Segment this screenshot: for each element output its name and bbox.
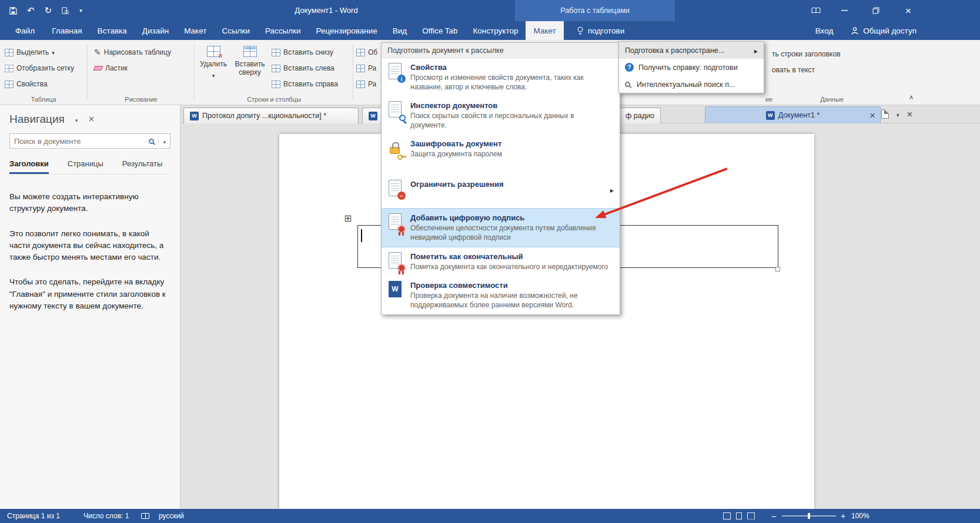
tab-view[interactable]: Вид <box>385 21 414 40</box>
tellme-box[interactable]: подготови <box>572 21 630 40</box>
nav-tab-pages[interactable]: Страницы <box>68 159 103 174</box>
zoom-slider-thumb[interactable] <box>808 513 810 519</box>
tab-design[interactable]: Дизайн <box>135 21 176 40</box>
doc-tab-1[interactable]: Протокол допиту ...кциональности] * <box>183 108 359 123</box>
navigation-pane: Навигация Заголовки Страницы Результаты … <box>0 105 180 509</box>
tab-table-design[interactable]: Конструктор <box>466 21 526 40</box>
qat-customize-button[interactable] <box>79 8 82 14</box>
delete-table-button[interactable]: ✕ Удалить <box>196 43 230 99</box>
merge-cells-button-partial[interactable]: Об <box>356 46 377 59</box>
tab-table-layout-active[interactable]: Макет <box>526 21 563 40</box>
view-shortcuts <box>723 509 755 523</box>
nav-tab-headings[interactable]: Заголовки <box>9 159 49 174</box>
split-table-button-partial[interactable]: Ра <box>356 78 376 90</box>
search-input[interactable] <box>14 137 149 146</box>
table-move-handle[interactable] <box>344 213 352 224</box>
tab-mailings[interactable]: Рассылки <box>257 21 309 40</box>
tellme-suggestion-label: Подготовка к распростране... <box>625 46 724 55</box>
status-language[interactable]: русский <box>159 509 184 523</box>
sign-in-button[interactable]: Вход <box>808 21 841 40</box>
insert-right-button[interactable]: Вставить справа <box>272 78 338 90</box>
close-button[interactable] <box>895 0 922 21</box>
menu-item-properties[interactable]: Свойства Просмотр и изменение свойств до… <box>382 58 620 96</box>
tab-office-tab[interactable]: Office Tab <box>414 21 465 40</box>
redo-button[interactable] <box>45 5 52 16</box>
tab-page-layout[interactable]: Макет <box>176 21 214 40</box>
insert-left-button[interactable]: Вставить слева <box>272 62 335 75</box>
tab-file[interactable]: Файл <box>6 21 44 40</box>
search-options-button[interactable] <box>163 136 166 146</box>
menu-item-encrypt-document[interactable]: Зашифровать документ Защита документа па… <box>382 135 620 163</box>
minimize-button[interactable] <box>831 0 857 21</box>
convert-to-text-button-partial[interactable]: овать в текст <box>772 63 815 76</box>
menu-item-document-inspector[interactable]: Инспектор документов Поиск скрытых свойс… <box>382 96 620 135</box>
menu-item-desc: Проверка документа на наличие возможност… <box>410 291 610 310</box>
mark-as-final-icon <box>387 252 405 271</box>
tellme-smart-lookup[interactable]: Интеллектуальный поиск п... <box>619 76 764 93</box>
divider <box>158 136 159 146</box>
undo-button[interactable] <box>27 5 35 16</box>
tellme-query: подготови <box>588 26 625 35</box>
doc-tab-active[interactable]: Документ1 * <box>705 106 881 123</box>
compatibility-checker-icon <box>387 281 405 300</box>
close-all-button[interactable] <box>907 109 913 119</box>
pane-options-button[interactable] <box>75 114 78 125</box>
tellme-get-help[interactable]: Получить справку: подготови <box>619 59 764 76</box>
table-properties-button[interactable]: Свойства <box>5 78 48 90</box>
document-search-box[interactable] <box>9 133 170 149</box>
insert-below-button[interactable]: Вставить снизу <box>272 46 333 59</box>
share-button[interactable]: Общий доступ <box>843 21 924 40</box>
zoom-in-button[interactable]: + <box>841 509 845 523</box>
quick-access-toolbar <box>9 0 82 21</box>
book-icon <box>811 7 821 14</box>
new-document-icon[interactable] <box>881 109 889 119</box>
pane-close-button[interactable] <box>88 114 94 125</box>
view-gridlines-button[interactable]: Отобразить сетку <box>5 62 74 75</box>
tab-review[interactable]: Рецензирование <box>309 21 385 40</box>
menu-item-restrict-permission[interactable]: Ограничить разрешения <box>382 174 620 204</box>
menu-item-compatibility-checker[interactable]: Проверка совместимости Проверка документ… <box>382 276 620 314</box>
split-cells-button-partial[interactable]: Ра <box>356 62 376 75</box>
tab-insert[interactable]: Вставка <box>90 21 135 40</box>
menu-item-mark-as-final[interactable]: Пометить как окончательный Пометка докум… <box>382 247 620 276</box>
repeat-header-rows-button-partial[interactable]: ть строки заголовков <box>772 48 841 61</box>
proofing-button[interactable] <box>141 509 149 523</box>
web-layout-icon[interactable] <box>747 512 755 519</box>
word-doc-icon <box>190 112 199 120</box>
zoom-out-button[interactable]: − <box>771 509 777 523</box>
tab-home[interactable]: Главная <box>44 21 89 40</box>
window-title: Документ1 - Word <box>267 0 385 21</box>
menu-header: Подготовить документ к рассылке <box>382 43 620 58</box>
text-cursor <box>361 229 362 242</box>
ribbon-display-options-button[interactable] <box>804 0 828 21</box>
tab-references[interactable]: Ссылки <box>214 21 257 40</box>
table-resize-handle[interactable] <box>775 267 780 271</box>
save-button[interactable] <box>9 7 17 15</box>
menu-item-add-digital-signature[interactable]: Добавить цифровую подпись Обеспечение це… <box>382 208 620 247</box>
insert-above-button[interactable]: Вставить сверху <box>233 43 267 99</box>
read-mode-icon[interactable] <box>723 512 731 519</box>
group-label-rows-cols: Строки и столбцы <box>195 96 353 103</box>
draw-table-button[interactable]: Нарисовать таблицу <box>94 46 171 59</box>
close-tab-button[interactable] <box>869 110 875 120</box>
select-table-button[interactable]: Выделить <box>5 46 55 59</box>
search-icon[interactable] <box>149 139 154 144</box>
print-preview-button[interactable] <box>62 7 69 15</box>
help-icon <box>625 63 634 72</box>
tab-list-button[interactable] <box>897 109 899 119</box>
eraser-button[interactable]: Ластик <box>94 62 128 75</box>
group-separator <box>87 45 88 100</box>
status-word-count[interactable]: Число слов: 1 <box>83 509 129 523</box>
zoom-percent[interactable]: 100% <box>851 509 869 523</box>
collapse-ribbon-button[interactable] <box>909 91 914 102</box>
account-area: Вход Общий доступ <box>808 21 924 40</box>
restore-button[interactable] <box>863 0 889 21</box>
status-page-count[interactable]: Страница 1 из 1 <box>7 509 60 523</box>
group-separator <box>194 45 195 100</box>
zoom-slider[interactable] <box>782 515 836 517</box>
document-inspector-icon <box>387 101 405 120</box>
print-layout-icon[interactable] <box>736 512 742 519</box>
nav-tab-results[interactable]: Результаты <box>122 159 162 174</box>
tellme-suggestion-prepare[interactable]: Подготовка к распростране... <box>619 42 764 59</box>
group-label-alignment-partial: ие <box>762 96 776 103</box>
